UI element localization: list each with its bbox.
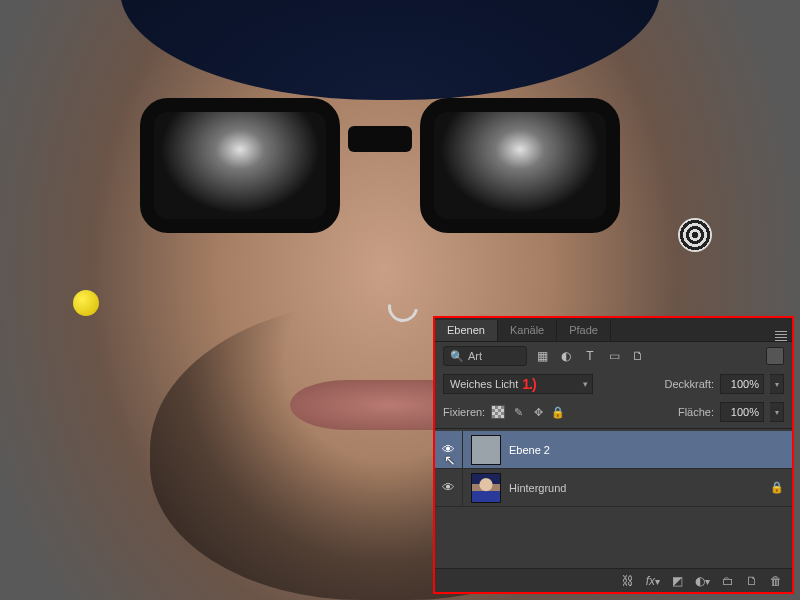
filter-smart-icon[interactable]: 🗋 (629, 347, 647, 365)
layer-filter-type[interactable]: 🔍 Art (443, 346, 527, 366)
layer-thumbnail[interactable] (471, 473, 501, 503)
lock-transparency-icon[interactable] (491, 405, 505, 419)
blend-mode-value: Weiches Licht (450, 378, 518, 390)
eye-icon: 👁 (442, 442, 455, 457)
fill-label: Fläche: (678, 406, 714, 418)
layer-thumbnail[interactable] (471, 435, 501, 465)
add-mask-icon[interactable]: ◩ (672, 574, 683, 588)
opacity-dropdown[interactable]: ▾ (770, 374, 784, 394)
fill-dropdown[interactable]: ▾ (770, 402, 784, 422)
delete-layer-icon[interactable]: 🗑 (770, 574, 782, 588)
filter-type-label: Art (468, 350, 482, 362)
new-layer-icon[interactable]: 🗋 (746, 574, 758, 588)
layer-row[interactable]: 👁 Hintergrund 🔒 (435, 469, 792, 507)
filter-type-icon[interactable]: T (581, 347, 599, 365)
layers-list: 👁 Ebene 2 👁 Hintergrund 🔒 (435, 431, 792, 568)
filter-pixel-icon[interactable]: ▦ (533, 347, 551, 365)
lock-row: Fixieren: ✎ ✥ 🔒 Fläche: 100% ▾ (435, 398, 792, 426)
tab-paths[interactable]: Pfade (557, 320, 611, 341)
filter-adjust-icon[interactable]: ◐ (557, 347, 575, 365)
panel-tabs: Ebenen Kanäle Pfade (435, 318, 792, 342)
blend-row: Weiches Licht 1.) ▾ Deckkraft: 100% ▾ (435, 370, 792, 398)
eye-icon: 👁 (442, 480, 455, 495)
lock-label: Fixieren: (443, 406, 485, 418)
filter-row: 🔍 Art ▦ ◐ T ▭ 🗋 (435, 342, 792, 370)
annotation-1: 1.) (522, 376, 535, 392)
adjustment-layer-icon[interactable]: ◐▾ (695, 574, 710, 588)
lock-position-icon[interactable]: ✥ (531, 405, 545, 419)
lens-left (140, 98, 340, 233)
layer-name[interactable]: Ebene 2 (509, 444, 784, 456)
layer-name[interactable]: Hintergrund (509, 482, 770, 494)
lens-right (420, 98, 620, 233)
panel-footer: ⛓ fx▾ ◩ ◐▾ 🗀 🗋 🗑 (435, 568, 792, 592)
panel-menu-button[interactable] (770, 331, 792, 341)
tab-channels[interactable]: Kanäle (498, 320, 557, 341)
opacity-label: Deckkraft: (664, 378, 714, 390)
fx-icon[interactable]: fx▾ (646, 574, 660, 588)
filter-shape-icon[interactable]: ▭ (605, 347, 623, 365)
sunglasses (140, 98, 620, 248)
chevron-down-icon: ▾ (583, 379, 588, 389)
layer-row[interactable]: 👁 Ebene 2 (435, 431, 792, 469)
cap (120, 0, 660, 100)
blend-mode-select[interactable]: Weiches Licht 1.) ▾ (443, 374, 593, 394)
fill-input[interactable]: 100% (720, 402, 764, 422)
opacity-input[interactable]: 100% (720, 374, 764, 394)
visibility-toggle[interactable]: 👁 (435, 469, 463, 506)
link-layers-icon[interactable]: ⛓ (622, 574, 634, 588)
visibility-toggle[interactable]: 👁 (435, 431, 463, 468)
new-group-icon[interactable]: 🗀 (722, 574, 734, 588)
lock-all-icon[interactable]: 🔒 (551, 405, 565, 419)
glasses-bridge (348, 126, 412, 152)
search-icon: 🔍 (450, 350, 464, 363)
earring-left-smiley (73, 290, 99, 316)
tab-layers[interactable]: Ebenen (435, 320, 498, 341)
ear-plug-right (678, 218, 712, 252)
lock-buttons: ✎ ✥ 🔒 (491, 405, 565, 419)
filter-toggle[interactable] (766, 347, 784, 365)
lock-icon: 🔒 (770, 481, 784, 494)
divider (435, 428, 792, 429)
lock-pixels-icon[interactable]: ✎ (511, 405, 525, 419)
layers-panel: Ebenen Kanäle Pfade 🔍 Art ▦ ◐ T ▭ 🗋 Weic… (433, 316, 794, 594)
